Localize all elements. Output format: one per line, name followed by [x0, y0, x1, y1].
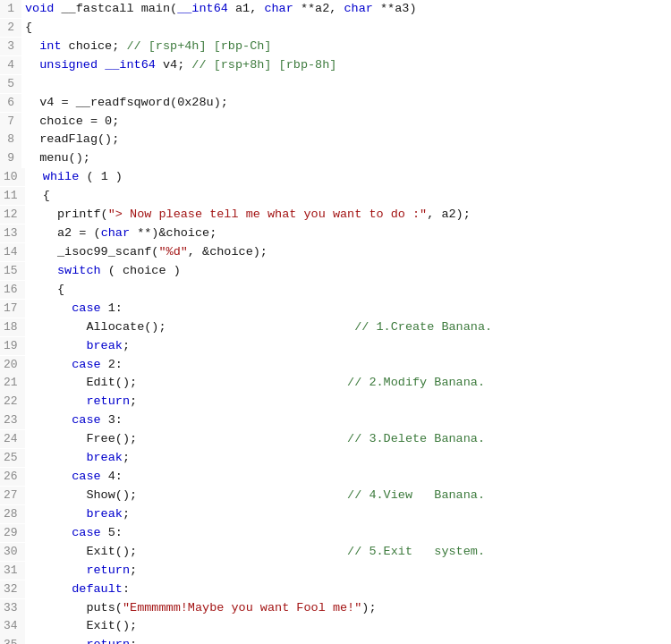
token-plain — [29, 413, 72, 427]
line-number: 6 — [0, 94, 21, 112]
line-number: 23 — [0, 411, 25, 429]
line-number: 5 — [0, 75, 21, 93]
code-line: 24 Free(); // 3.Delete Banana. — [0, 430, 671, 449]
line-content: Exit(); // 5.Exit system. — [25, 543, 485, 562]
code-line: 9 menu(); — [0, 149, 671, 168]
code-line: 12 printf("> Now please tell me what you… — [0, 206, 671, 225]
token-plain — [29, 582, 72, 596]
token-plain: Edit(); — [29, 376, 138, 389]
token-plain: ; — [123, 451, 130, 464]
token-str: "Emmmmmm!Maybe you want Fool me!" — [123, 601, 361, 614]
token-plain: ( choice ) — [101, 264, 181, 277]
token-plain: v4 = __readfsqword(0x28u); — [25, 96, 228, 109]
line-content: switch ( choice ) — [25, 262, 181, 281]
code-line: 13 a2 = (char **)&choice; — [0, 225, 671, 243]
token-plain — [29, 394, 87, 408]
token-kw: void — [25, 2, 54, 15]
line-number: 21 — [0, 374, 25, 392]
line-number: 26 — [0, 468, 25, 486]
line-number: 31 — [0, 562, 25, 580]
token-plain: 2: — [101, 358, 123, 371]
line-number: 14 — [0, 243, 25, 261]
token-kw: char — [264, 2, 293, 15]
token-plain — [29, 470, 72, 483]
code-line: 17 case 1: — [0, 300, 671, 318]
token-cm: // 2.Modify Banana. — [347, 376, 485, 389]
line-content: { — [21, 19, 32, 38]
code-line: 34 Exit(); — [0, 617, 671, 636]
token-kw: case — [72, 301, 100, 315]
code-line: 23 case 3: — [0, 411, 671, 430]
token-plain — [98, 58, 105, 72]
line-number: 25 — [0, 449, 25, 467]
token-plain: ); — [361, 601, 376, 614]
line-content: Show(); // 4.View Banana. — [25, 487, 485, 505]
line-content: choice = 0; — [21, 113, 119, 131]
token-plain: { — [29, 189, 50, 202]
line-content: a2 = (char **)&choice; — [25, 225, 217, 243]
token-plain: ( 1 ) — [79, 170, 123, 183]
token-plain: { — [29, 283, 65, 296]
token-plain: Exit(); — [29, 619, 138, 632]
token-plain — [25, 39, 39, 53]
token-plain — [29, 339, 87, 352]
token-kw: break — [86, 451, 123, 464]
token-plain: a2 = ( — [29, 226, 101, 240]
token-cm: // [rsp+4h] [rbp-Ch] — [126, 39, 271, 53]
token-plain — [29, 507, 87, 521]
token-plain: readFlag(); — [25, 132, 119, 146]
code-line: 16 { — [0, 281, 671, 300]
code-line: 35 return; — [0, 636, 671, 644]
token-plain: **)&choice; — [130, 226, 217, 240]
token-plain: ; — [130, 564, 137, 577]
line-number: 16 — [0, 281, 25, 299]
line-number: 30 — [0, 543, 25, 561]
line-content: case 5: — [25, 524, 123, 543]
token-plain — [29, 526, 72, 539]
line-content: { — [25, 281, 65, 300]
code-block: 1void __fastcall main(__int64 a1, char *… — [0, 0, 671, 644]
line-content: Free(); // 3.Delete Banana. — [25, 430, 485, 449]
line-number: 18 — [0, 318, 25, 336]
token-kw: case — [72, 413, 100, 427]
token-plain: **a3) — [373, 2, 417, 15]
line-number: 34 — [0, 617, 25, 635]
line-content: Edit(); // 2.Modify Banana. — [25, 374, 485, 393]
token-plain — [29, 564, 87, 577]
line-content: return; — [25, 562, 138, 580]
token-plain: { — [25, 21, 32, 34]
line-content: Exit(); — [25, 617, 138, 636]
token-kw: char — [101, 226, 130, 240]
token-plain: main — [141, 2, 170, 15]
line-number: 4 — [0, 56, 21, 74]
line-content: case 1: — [25, 300, 123, 318]
token-kw: return — [86, 638, 130, 644]
line-content: break; — [25, 337, 130, 356]
line-number: 33 — [0, 599, 25, 617]
token-plain — [29, 358, 72, 371]
code-line: 20 case 2: — [0, 356, 671, 375]
line-content: return; — [25, 636, 138, 644]
line-number: 9 — [0, 149, 21, 167]
line-number: 1 — [0, 0, 21, 18]
code-line: 11 { — [0, 187, 671, 206]
token-plain — [137, 432, 347, 445]
line-number: 19 — [0, 337, 25, 355]
line-number: 8 — [0, 131, 21, 148]
token-plain — [137, 376, 347, 389]
token-plain — [54, 2, 61, 15]
line-content: Allocate(); // 1.Create Banana. — [25, 318, 493, 337]
token-plain: 3: — [101, 413, 123, 427]
line-content: menu(); — [21, 149, 90, 168]
line-content: printf("> Now please tell me what you wa… — [25, 206, 471, 225]
code-line: 26 case 4: — [0, 468, 671, 487]
line-content: break; — [25, 505, 130, 524]
token-plain — [166, 320, 355, 334]
code-line: 1void __fastcall main(__int64 a1, char *… — [0, 0, 671, 19]
line-content: int choice; // [rsp+4h] [rbp-Ch] — [21, 38, 271, 56]
line-content: case 3: — [25, 411, 123, 430]
token-plain — [29, 451, 87, 464]
code-line: 5 — [0, 75, 671, 94]
token-cm: // 1.Create Banana. — [354, 320, 492, 334]
code-line: 22 return; — [0, 393, 671, 411]
